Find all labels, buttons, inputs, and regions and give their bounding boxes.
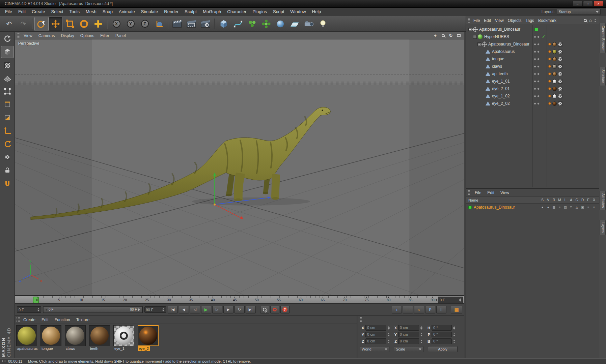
- layer-toggle-icon[interactable]: ▣: [580, 206, 585, 209]
- axis-lock-y[interactable]: Y: [123, 17, 138, 31]
- stepper[interactable]: [420, 340, 424, 343]
- om-menu-item[interactable]: View: [493, 18, 506, 23]
- panel-grip[interactable]: [2, 360, 5, 363]
- material-menu-item[interactable]: Texture: [73, 317, 92, 322]
- uvw-tag-icon[interactable]: [558, 101, 562, 106]
- material-name[interactable]: teeth: [89, 346, 99, 351]
- pos-x-field[interactable]: 0 cm: [365, 325, 386, 331]
- tab-attributes[interactable]: Attributes: [600, 191, 606, 210]
- stepper[interactable]: [453, 340, 457, 343]
- material-thumbnail[interactable]: [65, 325, 86, 346]
- material-item[interactable]: apatosaurus: [16, 325, 38, 351]
- material-name[interactable]: apatosaurus: [16, 346, 38, 351]
- range-left-grip[interactable]: [46, 308, 47, 311]
- minimize-button[interactable]: –: [573, 1, 582, 6]
- material-item[interactable]: teeth: [89, 325, 111, 351]
- object-name[interactable]: ap_teeth: [492, 71, 508, 76]
- stepper[interactable]: [388, 333, 391, 336]
- rot-p-field[interactable]: 0 °: [432, 332, 452, 337]
- expander-icon[interactable]: [473, 35, 477, 39]
- view-label[interactable]: Perspective: [18, 41, 39, 46]
- key-parameter-toggle[interactable]: P: [425, 306, 435, 313]
- menu-item[interactable]: Script: [270, 8, 287, 16]
- enabled-check-icon[interactable]: ✓: [542, 34, 545, 39]
- viewport-menu-item[interactable]: View: [21, 33, 35, 38]
- uvw-tag-icon[interactable]: [558, 87, 562, 91]
- points-mode-button[interactable]: [1, 85, 14, 97]
- tab-structure[interactable]: Structure: [600, 67, 606, 86]
- panel-grip[interactable]: [468, 190, 471, 195]
- last-tool-button[interactable]: [91, 17, 105, 31]
- material-tag-icon[interactable]: [552, 57, 557, 61]
- layer-name[interactable]: Apatosaurus_Dinosaur: [474, 205, 515, 210]
- viewport-menu-item[interactable]: Filter: [97, 33, 112, 38]
- stepper[interactable]: [453, 326, 457, 330]
- visibility-dots[interactable]: [534, 80, 540, 83]
- axis-modification-button[interactable]: [1, 138, 14, 150]
- display-tag-icon[interactable]: [548, 80, 551, 83]
- expander-icon[interactable]: [468, 28, 472, 31]
- next-frame-button[interactable]: ▷: [212, 306, 222, 313]
- preview-range-slider[interactable]: 0 F 90 F: [43, 306, 143, 313]
- layer-row[interactable]: Apatosaurus_Dinosaur ●●▦≡▤□△▣≡×: [466, 204, 599, 211]
- render-view-button[interactable]: [170, 17, 184, 31]
- display-tag-icon[interactable]: [548, 87, 551, 90]
- question-button[interactable]: ?: [280, 306, 290, 313]
- add-spline-button[interactable]: [231, 17, 245, 31]
- om-menu-item[interactable]: Tags: [524, 18, 536, 23]
- material-item[interactable]: eye_2: [138, 325, 160, 351]
- material-menu-item[interactable]: Create: [20, 317, 38, 322]
- material-menu-item[interactable]: Edit: [38, 317, 52, 322]
- home-icon[interactable]: ⌂: [589, 18, 592, 23]
- panel-grip[interactable]: [468, 18, 471, 24]
- panel-grip[interactable]: [360, 317, 363, 322]
- pos-z-field[interactable]: 0 cm: [365, 338, 386, 344]
- menu-item[interactable]: Create: [29, 8, 48, 16]
- close-button[interactable]: ×: [594, 1, 603, 6]
- keying-settings-button[interactable]: ▦: [451, 306, 462, 313]
- layer-color-chip[interactable]: [534, 28, 538, 31]
- viewport-menu-item[interactable]: Cameras: [35, 33, 58, 38]
- menu-item[interactable]: MoGraph: [200, 8, 224, 16]
- record-keyframe-button[interactable]: [260, 306, 269, 313]
- om-menu-item[interactable]: File: [471, 18, 482, 23]
- start-frame-stepper[interactable]: [37, 308, 39, 311]
- make-editable-button[interactable]: [1, 33, 14, 45]
- texture-mode-button[interactable]: [1, 59, 14, 71]
- layer-toggle-icon[interactable]: □: [568, 206, 574, 209]
- key-rotation-toggle[interactable]: ○: [414, 306, 424, 313]
- pos-y-field[interactable]: 0 cm: [365, 332, 386, 337]
- object-name[interactable]: Apatosaurus: [492, 49, 515, 54]
- tree-row[interactable]: eye_2_02: [466, 100, 599, 107]
- display-tag-icon[interactable]: [548, 43, 551, 46]
- uvw-tag-icon[interactable]: [558, 72, 562, 76]
- display-tag-icon[interactable]: [548, 102, 551, 105]
- texture-axis-mode-button[interactable]: [1, 151, 14, 163]
- layer-toggle-icon[interactable]: ▤: [562, 206, 568, 209]
- rot-h-field[interactable]: 0 °: [432, 325, 452, 331]
- rotate-tool-button[interactable]: [77, 17, 91, 31]
- orbit-view-icon[interactable]: ↻: [447, 33, 454, 39]
- menu-item[interactable]: Render: [161, 8, 182, 16]
- undo-button[interactable]: ↶: [2, 17, 16, 31]
- object-name[interactable]: HyperNURBS: [484, 34, 509, 39]
- deformer-button[interactable]: [259, 17, 273, 31]
- material-item[interactable]: tongue: [40, 325, 63, 351]
- menu-item[interactable]: Plugins: [249, 8, 270, 16]
- visibility-dots[interactable]: [534, 95, 540, 97]
- layer-toggle-icon[interactable]: ≡: [557, 206, 562, 209]
- edges-mode-button[interactable]: [1, 98, 14, 111]
- play-button[interactable]: ▶: [201, 306, 211, 313]
- snap-button[interactable]: [1, 177, 14, 189]
- uvw-tag-icon[interactable]: [558, 42, 562, 47]
- render-picture-viewer-button[interactable]: [184, 17, 198, 31]
- floor-button[interactable]: [287, 17, 302, 31]
- range-right-grip[interactable]: [138, 308, 140, 311]
- camera-button[interactable]: [302, 17, 316, 31]
- tree-row[interactable]: eye_2_01: [466, 85, 599, 92]
- menu-item[interactable]: Animate: [116, 8, 138, 16]
- add-cube-button[interactable]: [217, 17, 231, 31]
- layer-menu-item[interactable]: File: [472, 190, 484, 195]
- uvw-tag-icon[interactable]: [558, 57, 562, 61]
- next-key-button[interactable]: ▶: [223, 306, 233, 313]
